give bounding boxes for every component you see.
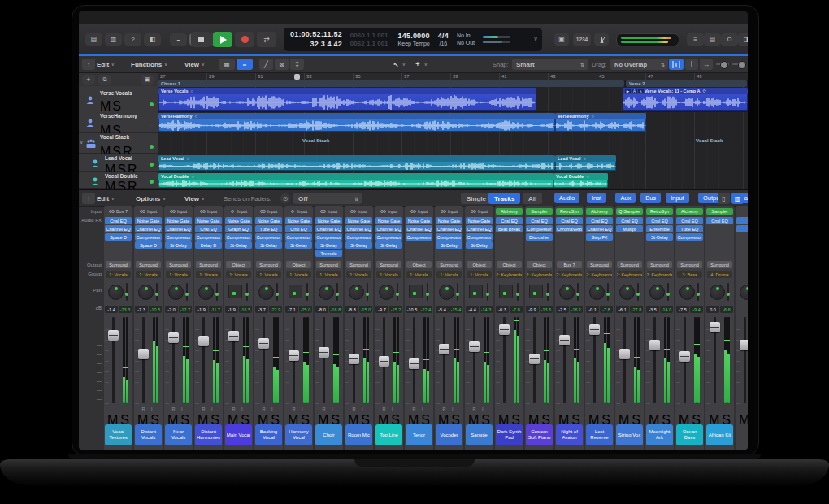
record-button[interactable] bbox=[235, 32, 254, 47]
peak-level-value[interactable]: -9.4 bbox=[690, 306, 703, 313]
fx-plugin-slot[interactable]: Compressor bbox=[345, 233, 372, 241]
fx-plugin-slot[interactable]: Noise Gate bbox=[255, 217, 282, 224]
pan-height-slider[interactable] bbox=[457, 283, 458, 301]
input-slot[interactable]: Input bbox=[346, 208, 371, 215]
horizontal-zoom-knob[interactable] bbox=[738, 61, 746, 69]
record-input-buttons[interactable]: R I bbox=[345, 406, 373, 411]
pan-height-slider[interactable] bbox=[607, 283, 609, 301]
mixer-menu-options[interactable]: Options∨ bbox=[136, 193, 166, 204]
sends-mode-menu[interactable]: Off⇅ bbox=[293, 193, 362, 204]
mixer-filter-bus-button[interactable]: Bus bbox=[640, 193, 661, 203]
mixer-menu-edit[interactable]: Edit∨ bbox=[97, 193, 115, 204]
fx-plugin-slot[interactable]: Compressor bbox=[676, 233, 703, 241]
lcd-display[interactable]: 01:00:52:11.5232 3 4 420060 1 1 0010062 … bbox=[284, 28, 542, 51]
record-input-buttons[interactable]: R I bbox=[375, 406, 403, 411]
peak-level-value[interactable]: -15.0 bbox=[359, 306, 372, 313]
hierarchy-up-button[interactable]: ↑ bbox=[82, 59, 95, 70]
pan-knob[interactable] bbox=[138, 285, 154, 300]
duplicate-track-button[interactable]: ⧉ bbox=[98, 75, 111, 85]
input-slot[interactable]: Input bbox=[256, 208, 281, 215]
pan-height-slider[interactable] bbox=[246, 283, 248, 301]
track-header-lead-vocal[interactable]: Lead VocalMSR bbox=[79, 154, 158, 172]
fx-plugin-slot[interactable]: St-Delay bbox=[375, 241, 402, 249]
fader-db-value[interactable]: -0.1 bbox=[586, 306, 599, 313]
pan-knob[interactable] bbox=[168, 285, 184, 300]
strip-view-single-button[interactable]: ▯ bbox=[718, 193, 730, 204]
channel-strip-vocoder[interactable]: InputNoise GateChannel EQCompressorSt-De… bbox=[435, 206, 463, 450]
input-slot[interactable]: Input bbox=[376, 208, 401, 215]
group-slot[interactable]: 2: Keyboards bbox=[587, 271, 612, 278]
output-slot[interactable]: Object bbox=[497, 261, 522, 268]
peak-level-value[interactable]: -16.5 bbox=[239, 306, 252, 313]
fx-plugin-slot[interactable]: Noise Gate bbox=[285, 217, 312, 224]
pan-height-slider[interactable] bbox=[276, 283, 278, 301]
channel-name-label[interactable]: Distant Harmonies bbox=[195, 424, 222, 445]
instrument-slot[interactable]: Alchemy bbox=[496, 208, 523, 215]
mixer-filter-inst-button[interactable]: Inst bbox=[587, 193, 606, 203]
channel-strip-distant-vocals[interactable]: InputNoise GateChannel EQCompressorSpace… bbox=[134, 206, 163, 450]
peak-level-value[interactable]: -27.8 bbox=[630, 306, 643, 313]
record-input-buttons[interactable]: R I bbox=[315, 406, 343, 411]
section-marker[interactable]: Verse 2 bbox=[626, 80, 747, 87]
volume-fader[interactable] bbox=[649, 340, 660, 350]
fader-db-value[interactable]: -2.0 bbox=[165, 306, 178, 313]
channel-name-label[interactable]: Top Line bbox=[375, 424, 402, 445]
fx-plugin-slot[interactable]: St-Delay bbox=[466, 241, 493, 249]
fader-db-value[interactable]: -3.5 bbox=[646, 306, 659, 313]
fader-db-value[interactable]: -7.3 bbox=[135, 306, 148, 313]
fader-db-value[interactable]: -1.4 bbox=[105, 306, 118, 313]
fx-plugin-slot[interactable]: Compressor bbox=[526, 225, 553, 232]
peak-level-value[interactable]: -13.6 bbox=[540, 306, 553, 313]
flex-mode-button[interactable] bbox=[669, 59, 684, 70]
channel-name-label[interactable]: Main Vocal bbox=[225, 424, 252, 445]
fx-plugin-slot[interactable]: Noise Gate bbox=[315, 217, 342, 224]
fx-plugin-slot[interactable]: Cnsl EQ bbox=[616, 217, 643, 224]
fx-plugin-slot[interactable]: Compressor bbox=[135, 233, 162, 241]
fader-db-value[interactable]: -3.7 bbox=[255, 306, 268, 313]
smart-controls-button[interactable]: ◒ bbox=[170, 33, 187, 46]
channel-name-label[interactable]: Ocean Bass bbox=[676, 424, 703, 445]
channel-name-label[interactable]: Night of Avalon bbox=[556, 424, 583, 445]
pan-height-slider[interactable] bbox=[216, 283, 218, 301]
fx-plugin-slot[interactable]: Noise Gate bbox=[466, 217, 493, 224]
track-header-verseharmony[interactable]: VerseHarmonyMS bbox=[79, 111, 158, 133]
grid-view-button[interactable]: ▦ bbox=[219, 59, 235, 70]
fx-plugin-slot[interactable]: St-Delay bbox=[285, 241, 312, 249]
input-slot[interactable]: Input bbox=[316, 208, 341, 215]
record-input-buttons[interactable]: R I bbox=[254, 406, 283, 411]
fx-plugin-slot[interactable]: Cnsl EQ bbox=[195, 225, 222, 232]
output-slot[interactable]: Surround bbox=[677, 261, 702, 268]
pan-height-slider[interactable] bbox=[517, 283, 519, 301]
channel-strip-night-of-avalon[interactable]: RetroSynCnsl EQChromaVerbBus 72: Keyboar… bbox=[555, 206, 584, 450]
volume-fader[interactable] bbox=[168, 332, 179, 343]
pan-height-slider[interactable] bbox=[577, 283, 579, 301]
volume-fader[interactable] bbox=[108, 330, 119, 341]
fx-plugin-slot[interactable]: Step FX bbox=[586, 233, 613, 241]
input-slot[interactable]: Input bbox=[467, 208, 492, 215]
input-slot[interactable]: Input bbox=[286, 208, 311, 215]
fader-db-value[interactable]: -8.0 bbox=[315, 306, 328, 313]
editor-toggle-button[interactable]: ▣ bbox=[554, 33, 569, 46]
output-slot[interactable]: Surround bbox=[436, 261, 462, 268]
pan-height-slider[interactable] bbox=[156, 283, 158, 301]
output-slot[interactable]: Object bbox=[467, 261, 492, 268]
fx-plugin-slot[interactable]: Compressor bbox=[436, 233, 462, 241]
pan-knob[interactable] bbox=[619, 285, 635, 300]
fader-db-value[interactable]: -7.5 bbox=[676, 306, 689, 313]
input-slot[interactable]: Input bbox=[406, 208, 432, 215]
section-marker[interactable]: Chorus 1 bbox=[158, 80, 624, 87]
mixer-filter-aux-button[interactable]: Aux bbox=[615, 193, 636, 203]
pan-knob[interactable] bbox=[379, 285, 394, 300]
track-header-verse-vocals[interactable]: Verse VocalsMS bbox=[79, 86, 158, 111]
fader-db-value[interactable]: 0.0 bbox=[706, 306, 719, 313]
pan-height-slider[interactable] bbox=[487, 283, 488, 301]
take-folder-button[interactable]: A bbox=[632, 89, 637, 93]
channel-strip-lost-reverse[interactable]: AlchemyCnsl EQChannel EQStep FXSurround2… bbox=[585, 206, 614, 450]
pan-knob[interactable] bbox=[349, 285, 364, 300]
fx-plugin-slot[interactable]: Channel EQ bbox=[406, 225, 432, 232]
fader-db-value[interactable]: -10.5 bbox=[406, 306, 419, 313]
track-header-config-button[interactable]: ▣ bbox=[141, 75, 154, 85]
record-input-buttons[interactable]: R I bbox=[134, 406, 163, 411]
output-slot[interactable]: Object bbox=[406, 261, 432, 268]
track-header-vocal-stack[interactable]: ∨Vocal StackMSR bbox=[79, 133, 158, 154]
